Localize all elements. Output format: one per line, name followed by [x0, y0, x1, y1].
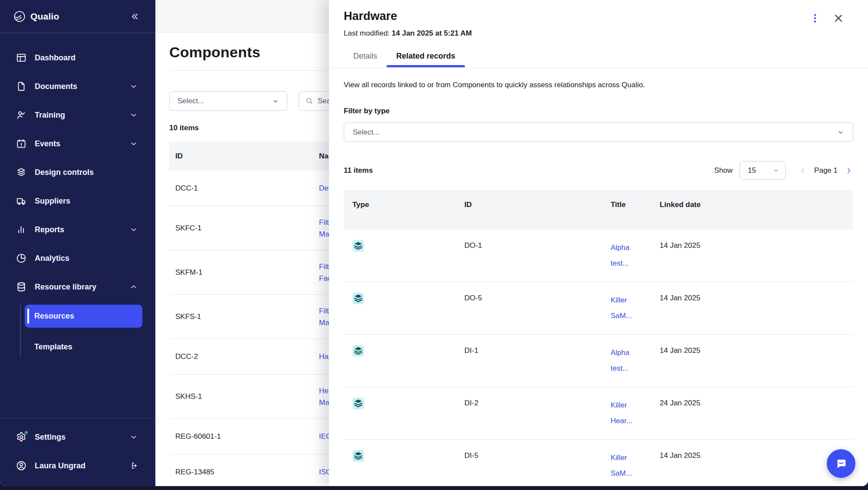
type-filter-select[interactable]: Select... [344, 122, 853, 142]
select-placeholder: Select... [353, 128, 379, 137]
record-id: DI-2 [456, 398, 602, 429]
record-title-link[interactable]: Hear... [611, 413, 651, 429]
sidebar-item-user[interactable]: Laura Ungrad [0, 451, 155, 480]
component-id: DCC-1 [175, 184, 319, 193]
sidebar-item-resource-library[interactable]: Resource library [0, 273, 155, 301]
user-avatar-icon [16, 460, 27, 471]
chat-bubble-icon [833, 456, 849, 471]
qualio-logo-icon [13, 10, 26, 23]
document-icon [16, 81, 27, 92]
linked-date: 24 Jan 2025 [651, 398, 853, 429]
sidebar-item-reports[interactable]: Reports [0, 215, 155, 244]
record-title-link[interactable]: SaM... [611, 466, 651, 481]
sidebar-item-label: Settings [35, 433, 66, 442]
design-controls-icon [352, 450, 364, 462]
design-controls-icon [352, 293, 364, 304]
related-records-table-header: Type ID Title Linked date [344, 190, 853, 230]
chevron-up-icon [129, 283, 138, 291]
sidebar-item-dashboard[interactable]: Dashboard [0, 43, 155, 72]
record-title-link[interactable]: test... [611, 361, 651, 376]
component-id: SKFM-1 [175, 268, 319, 277]
select-placeholder: Select... [178, 97, 204, 105]
component-id: SKHS-1 [175, 392, 319, 401]
record-title-link[interactable]: Killer [611, 293, 651, 308]
submenu-rail [20, 305, 21, 356]
record-title-link[interactable]: SaM... [611, 308, 651, 324]
next-page-icon[interactable] [845, 166, 853, 175]
resource-library-submenu: ResourcesTemplates [0, 305, 155, 358]
app-window: Components Select... Search... 10 items [0, 0, 868, 486]
sidebar-item-label: Documents [35, 82, 77, 91]
search-icon [305, 97, 313, 105]
component-id: SKFC-1 [175, 224, 319, 233]
previous-page-icon[interactable] [799, 166, 807, 175]
tab-related-records[interactable]: Related records [387, 52, 465, 67]
linked-date: 14 Jan 2025 [651, 345, 853, 376]
sidebar-item-label: Resource library [35, 283, 96, 292]
hardware-drawer: Hardware Last modified: 14 Jan 2025 at 5… [329, 0, 868, 486]
record-title-link[interactable]: Killer [611, 398, 651, 413]
bar-chart-icon [16, 224, 27, 235]
chevron-down-icon [129, 82, 138, 91]
record-id: DI-1 [456, 345, 602, 376]
filter-by-type-label: Filter by type [344, 107, 853, 115]
table-row: DI-1Alphatest...14 Jan 2025 [344, 335, 853, 387]
sidebar-item-label: Events [35, 139, 60, 148]
divider [329, 67, 868, 68]
sidebar-item-training[interactable]: Training [0, 101, 155, 129]
related-records-table: Type ID Title Linked date DO-1Alphatest.… [344, 190, 853, 486]
record-id: DO-5 [456, 293, 602, 324]
sidebar-item-label: Reports [35, 225, 64, 234]
sidebar-item-design-controls[interactable]: Design controls [0, 158, 155, 187]
column-header-linked-date: Linked date [651, 201, 853, 230]
dashboard-icon [16, 52, 27, 63]
related-items-count: 11 items [344, 166, 373, 175]
sidebar-item-label: Design controls [35, 168, 94, 177]
sidebar-item-suppliers[interactable]: Suppliers [0, 187, 155, 215]
tab-details[interactable]: Details [344, 52, 387, 67]
drawer-title: Hardware [344, 10, 397, 23]
kebab-menu-icon[interactable] [809, 12, 821, 24]
record-title-link[interactable]: test... [611, 256, 651, 271]
column-header-title: Title [602, 201, 651, 230]
sidebar-item-label: Suppliers [35, 197, 70, 206]
logout-icon[interactable] [129, 461, 138, 470]
sidebar-item-label: Analytics [35, 254, 69, 263]
component-id: REG-60601-1 [175, 432, 319, 441]
column-header-type: Type [344, 201, 456, 230]
column-header-id: ID [456, 201, 602, 230]
linked-date: 14 Jan 2025 [651, 450, 853, 481]
sidebar-item-events[interactable]: Events [0, 129, 155, 158]
record-title-link[interactable]: Alpha [611, 240, 651, 256]
sidebar-item-label: Templates [34, 342, 72, 352]
sidebar-item-templates[interactable]: Templates [25, 335, 142, 358]
close-icon[interactable] [832, 12, 845, 24]
database-icon [16, 281, 27, 293]
chevron-down-icon [129, 225, 138, 234]
chat-launcher-button[interactable] [827, 449, 855, 478]
record-title-link[interactable]: Killer [611, 450, 651, 466]
chevron-down-icon [129, 139, 138, 148]
collapse-sidebar-icon[interactable] [129, 11, 140, 22]
column-header-id: ID [175, 152, 319, 161]
sidebar-item-label: Training [35, 111, 65, 120]
active-indicator-bar [27, 309, 29, 324]
gear-icon [16, 431, 27, 443]
training-icon [16, 109, 27, 121]
last-modified: Last modified: 14 Jan 2025 at 5:21 AM [344, 29, 853, 38]
sidebar-item-documents[interactable]: Documents [0, 72, 155, 101]
logo-text: Qualio [30, 11, 59, 22]
record-title-link[interactable]: Alpha [611, 345, 651, 361]
sidebar-item-resources[interactable]: Resources [25, 305, 142, 328]
table-row: DI-5KillerSaM...14 Jan 2025 [344, 440, 853, 486]
layers-icon [16, 167, 27, 178]
last-modified-label: Last modified: [344, 29, 390, 37]
page-size-select[interactable]: 15 [740, 161, 786, 180]
sidebar-item-settings[interactable]: Settings [0, 423, 155, 451]
user-name: Laura Ungrad [35, 461, 85, 470]
pie-chart-icon [16, 253, 27, 264]
sidebar-item-analytics[interactable]: Analytics [0, 244, 155, 273]
chevron-down-icon [837, 129, 844, 136]
sidebar-footer: Settings Laura Ungrad [0, 418, 155, 486]
components-filter-select[interactable]: Select... [169, 91, 287, 111]
